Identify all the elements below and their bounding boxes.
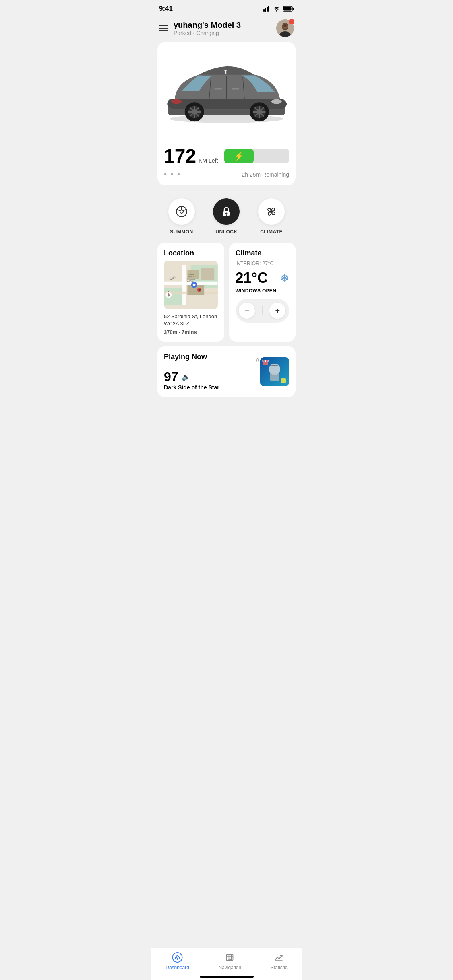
car-card: 172 KM Left ⚡ • • • 2h 25m Remaining [157, 42, 296, 185]
action-buttons: SUMMON UNLOCK CLIMATE [151, 192, 302, 243]
svg-point-19 [271, 99, 282, 104]
climate-temperature: 21°C [236, 270, 268, 286]
climate-icon-circle [258, 198, 285, 225]
svg-rect-5 [283, 7, 292, 11]
svg-rect-3 [268, 6, 269, 12]
svg-rect-72 [281, 378, 286, 383]
location-distance: 370m · 7mins [164, 329, 218, 335]
svg-text:🎓: 🎓 [198, 288, 201, 292]
car-image [157, 48, 296, 129]
fan-icon [265, 206, 277, 218]
avatar-container[interactable] [276, 19, 294, 37]
summon-icon-circle [168, 198, 195, 225]
svg-point-41 [225, 213, 228, 215]
menu-icon[interactable] [159, 25, 168, 31]
summon-button[interactable]: SUMMON [168, 198, 195, 235]
svg-point-20 [171, 99, 182, 104]
wifi-icon [273, 6, 280, 12]
header-left: yuhang's Model 3 Parked · Charging [159, 21, 241, 36]
svg-point-11 [283, 24, 287, 27]
svg-rect-6 [293, 8, 294, 10]
lock-icon [221, 206, 232, 217]
playing-info: Playing Now ∧ 97 🔉 Dark Side of the Star [164, 353, 260, 391]
svg-text:and Polit...: and Polit... [187, 280, 195, 282]
header-title: yuhang's Model 3 Parked · Charging [174, 21, 241, 36]
svg-text:School of: School of [187, 276, 194, 278]
climate-subtitle: INTERIOR: 27°C [236, 261, 290, 266]
location-card: Location [157, 243, 224, 342]
map-container[interactable]: N A4200 🎓 London School of Economics and… [164, 261, 218, 309]
temp-decrease-button[interactable]: − [239, 303, 255, 319]
volume-icon: 🔉 [182, 373, 190, 381]
status-time: 9:41 [159, 5, 173, 13]
album-art: S·FX [260, 357, 289, 386]
svg-rect-2 [267, 7, 268, 12]
temp-increase-button[interactable]: + [269, 303, 285, 319]
avatar-notification-badge [289, 19, 294, 24]
climate-temp-row: 21°C ❄ [236, 270, 290, 286]
snowflake-icon[interactable]: ❄ [280, 272, 289, 284]
location-title: Location [164, 249, 218, 257]
climate-card-title: Climate [236, 249, 290, 257]
temp-divider [262, 306, 263, 315]
svg-rect-51 [201, 268, 214, 280]
car-image-wrapper [157, 48, 296, 129]
header: yuhang's Model 3 Parked · Charging [151, 16, 302, 42]
playing-song: Dark Side of the Star [164, 384, 260, 391]
battery-bar-outer: ⚡ [224, 149, 289, 163]
status-icons [263, 6, 294, 12]
svg-point-54 [193, 284, 196, 286]
climate-card: Climate INTERIOR: 27°C 21°C ❄ WINDOWS OP… [229, 243, 296, 342]
status-bar: 9:41 [151, 0, 302, 16]
playing-card: Playing Now ∧ 97 🔉 Dark Side of the Star [157, 346, 296, 397]
battery-icon [283, 6, 294, 12]
more-options[interactable]: • • • [164, 170, 181, 179]
km-number: 172 [164, 146, 196, 166]
playing-chevron-icon[interactable]: ∧ [255, 355, 260, 364]
unlock-button[interactable]: UNLOCK [213, 198, 240, 235]
svg-text:S·FX: S·FX [262, 359, 269, 363]
km-label: KM Left [199, 157, 218, 164]
svg-rect-69 [271, 365, 278, 366]
temperature-control: − + [236, 299, 290, 323]
steering-wheel-icon [176, 206, 188, 218]
svg-point-43 [270, 210, 273, 213]
battery-section: ⚡ [224, 149, 289, 163]
unlock-label: UNLOCK [215, 229, 237, 235]
climate-button[interactable]: CLIMATE [258, 198, 285, 235]
svg-text:N: N [168, 290, 169, 292]
battery-bolt-icon: ⚡ [234, 151, 244, 161]
battery-bar-fill: ⚡ [224, 149, 253, 163]
map-image: N A4200 🎓 London School of Economics and… [164, 261, 218, 309]
svg-rect-18 [232, 88, 239, 89]
climate-label: CLIMATE [260, 229, 283, 235]
signal-icon [263, 6, 271, 12]
summon-label: SUMMON [170, 229, 193, 235]
location-address: 52 Sardinia St, London WC2A 3LZ [164, 313, 218, 327]
svg-point-36 [180, 210, 183, 213]
svg-rect-1 [265, 8, 266, 12]
km-left: 172 KM Left [164, 146, 218, 166]
car-footer: • • • 2h 25m Remaining [164, 170, 289, 179]
car-name: yuhang's Model 3 [174, 21, 241, 30]
charging-time: 2h 25m Remaining [242, 171, 289, 178]
svg-text:Economics: Economics [187, 278, 195, 280]
svg-rect-17 [214, 88, 222, 89]
svg-text:London: London [188, 273, 194, 275]
car-stats: 172 KM Left ⚡ [164, 146, 289, 166]
playing-volume: 97 [164, 369, 178, 384]
svg-rect-0 [263, 9, 265, 12]
svg-line-38 [177, 209, 180, 211]
cards-grid: Location [151, 243, 302, 404]
windows-status: WINDOWS OPEN [236, 288, 290, 294]
unlock-icon-circle [213, 198, 240, 225]
svg-rect-70 [270, 373, 279, 381]
car-status: Parked · Charging [174, 30, 241, 36]
svg-line-39 [183, 209, 186, 211]
playing-title: Playing Now [164, 353, 207, 361]
playing-volume-row: 97 🔉 [164, 369, 260, 384]
